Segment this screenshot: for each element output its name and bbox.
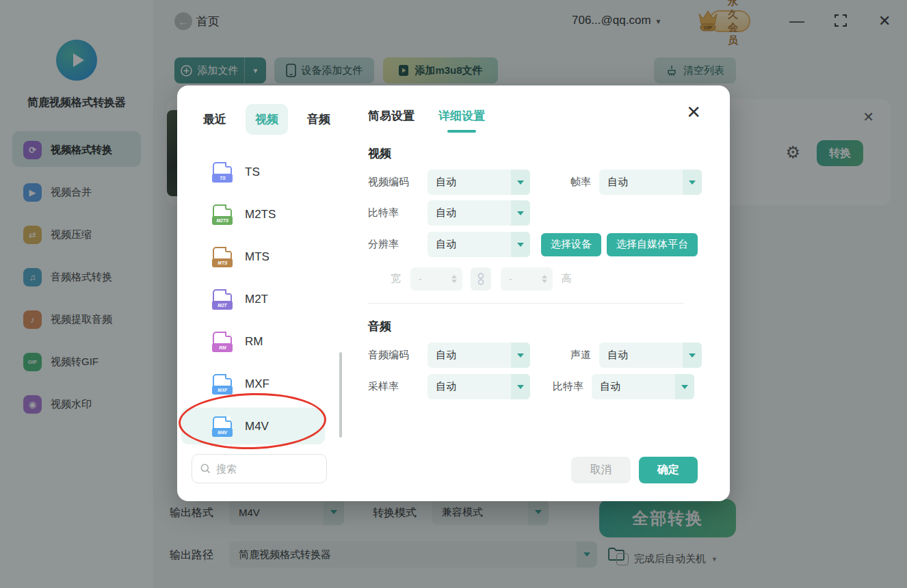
tab-recent[interactable]: 最近 xyxy=(194,104,236,135)
format-item-m2ts[interactable]: M2TS M2TS xyxy=(177,193,342,236)
format-category-tabs: 最近 视频 音频 xyxy=(194,104,340,135)
m2t-file-icon: M2T xyxy=(212,289,233,310)
settings-panel: 简易设置 详细设置 ✕ 视频 视频编码 自动 帧率 自动 比特率 自动 xyxy=(342,85,730,501)
rm-file-icon: RM xyxy=(212,332,233,352)
height-stepper[interactable]: - xyxy=(501,267,553,291)
format-item-m2t[interactable]: M2T M2T xyxy=(177,278,342,321)
tab-detailed-settings[interactable]: 详细设置 xyxy=(438,108,485,131)
audio-codec-label: 音频编码 xyxy=(368,349,420,362)
format-item-ts[interactable]: TS TS xyxy=(177,151,342,193)
search-input[interactable] xyxy=(216,463,305,475)
fps-select[interactable]: 自动 xyxy=(599,170,702,195)
ts-file-icon: TS xyxy=(212,162,233,183)
tab-video[interactable]: 视频 xyxy=(246,104,288,135)
video-section-title: 视频 xyxy=(368,146,391,161)
resolution-select[interactable]: 自动 xyxy=(428,232,530,257)
video-bitrate-select[interactable]: 自动 xyxy=(428,200,530,226)
fps-label: 帧率 xyxy=(570,176,591,189)
sample-rate-label: 采样率 xyxy=(368,380,420,393)
width-label: 宽 xyxy=(391,272,401,285)
section-divider xyxy=(368,303,684,304)
m2ts-file-icon: M2TS xyxy=(212,204,233,225)
sample-rate-select[interactable]: 自动 xyxy=(428,374,530,399)
search-icon xyxy=(200,464,211,474)
format-settings-dialog: 最近 视频 音频 TS TS M2TS M2TS MTS MTS M2T M2T… xyxy=(177,85,730,501)
resolution-label: 分辨率 xyxy=(368,238,420,251)
audio-codec-select[interactable]: 自动 xyxy=(428,343,530,368)
format-search[interactable] xyxy=(192,454,327,483)
audio-bitrate-label: 比特率 xyxy=(553,380,583,393)
video-codec-select[interactable]: 自动 xyxy=(428,170,530,195)
channel-label: 声道 xyxy=(570,349,591,362)
format-item-mts[interactable]: MTS MTS xyxy=(177,236,342,278)
height-label: 高 xyxy=(562,272,572,285)
format-item-rm[interactable]: RM RM xyxy=(177,321,342,363)
close-dialog-icon[interactable]: ✕ xyxy=(686,102,701,123)
confirm-button[interactable]: 确定 xyxy=(639,457,698,483)
mts-file-icon: MTS xyxy=(212,247,233,267)
mxf-file-icon: MXF xyxy=(212,374,233,395)
audio-bitrate-select[interactable]: 自动 xyxy=(592,374,694,399)
select-media-platform-button[interactable]: 选择自媒体平台 xyxy=(607,233,698,256)
width-stepper[interactable]: - xyxy=(410,267,462,291)
channel-select[interactable]: 自动 xyxy=(599,343,702,368)
video-bitrate-label: 比特率 xyxy=(368,206,420,219)
cancel-button[interactable]: 取消 xyxy=(571,457,631,483)
tab-simple-settings[interactable]: 简易设置 xyxy=(368,108,415,131)
audio-section-title: 音频 xyxy=(368,319,391,334)
link-aspect-icon[interactable] xyxy=(471,267,491,291)
tab-audio[interactable]: 音频 xyxy=(298,104,340,135)
select-device-button[interactable]: 选择设备 xyxy=(541,233,601,256)
video-codec-label: 视频编码 xyxy=(368,176,420,189)
